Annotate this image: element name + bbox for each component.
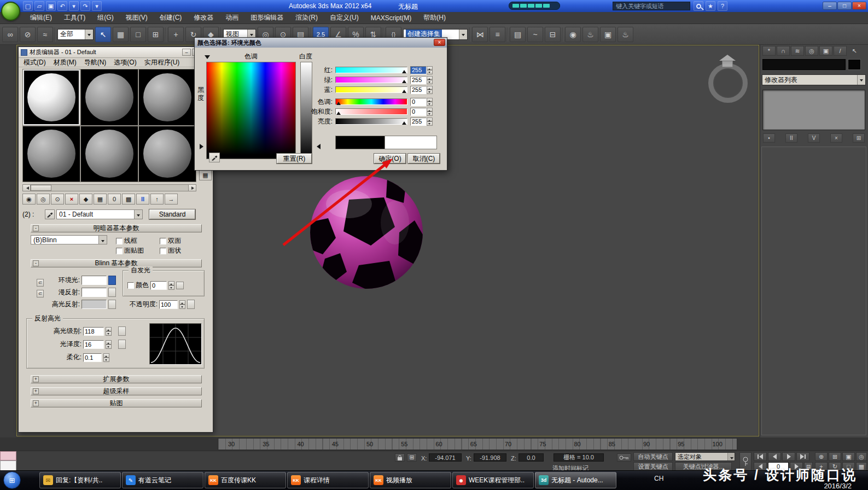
language-indicator[interactable]: CH bbox=[654, 475, 663, 482]
sample-slot-4[interactable] bbox=[23, 126, 80, 182]
me-menu-navigation[interactable]: 导航(N) bbox=[80, 58, 110, 67]
ambient-map-button[interactable] bbox=[108, 276, 116, 285]
opacity-spinner[interactable] bbox=[179, 300, 185, 309]
transform-lock-icon[interactable] bbox=[395, 453, 405, 462]
tab-create-icon[interactable]: * bbox=[762, 46, 776, 56]
get-material-icon[interactable]: ◉ bbox=[22, 194, 36, 205]
soften-field[interactable]: 0.1 bbox=[83, 353, 102, 362]
material-type-button[interactable]: Standard bbox=[149, 209, 195, 219]
tab-utilities-icon[interactable]: / bbox=[834, 46, 847, 56]
menu-maxscript[interactable]: MAXScript(M) bbox=[365, 12, 418, 24]
hue-slider[interactable] bbox=[335, 98, 407, 105]
infocenter-search-input[interactable] bbox=[613, 2, 690, 10]
cancel-button[interactable]: 取消(C) bbox=[408, 154, 440, 164]
menu-customize[interactable]: 自定义(U) bbox=[324, 12, 365, 24]
window-crossing-icon[interactable]: ⊞ bbox=[148, 27, 164, 42]
sample-slot-2[interactable] bbox=[81, 69, 138, 125]
redo-icon[interactable]: ↷ bbox=[80, 1, 90, 11]
menu-modifiers[interactable]: 修改器 bbox=[188, 12, 219, 24]
application-menu-button[interactable] bbox=[1, 2, 20, 21]
go-to-end-icon[interactable] bbox=[796, 452, 809, 461]
specular-map-button[interactable] bbox=[108, 300, 116, 309]
chevron-down-icon[interactable] bbox=[459, 30, 467, 39]
undo-icon[interactable]: ↶ bbox=[57, 1, 67, 11]
taskbar-item-week-admin[interactable]: ☻ WEEK课程管理部.. bbox=[452, 472, 534, 488]
tab-modify-icon[interactable]: ∩ bbox=[777, 46, 790, 56]
saturation-slider[interactable] bbox=[335, 108, 407, 115]
render-production-icon[interactable]: ♨ bbox=[617, 27, 633, 42]
sample-slot-6[interactable] bbox=[139, 126, 196, 182]
rollout-extended-parameters[interactable]: + 扩展参数 bbox=[31, 375, 202, 383]
menu-edit[interactable]: 编辑(E) bbox=[24, 12, 58, 24]
me-menu-options[interactable]: 选项(O) bbox=[110, 58, 140, 67]
auto-key-button[interactable]: 自动关键点 bbox=[633, 452, 673, 461]
ok-button[interactable]: 确定(O) bbox=[374, 154, 406, 164]
value-value-field[interactable]: 255 bbox=[410, 118, 427, 126]
green-slider[interactable] bbox=[335, 77, 407, 83]
specular-color-swatch[interactable] bbox=[81, 300, 107, 309]
remove-modifier-icon[interactable]: × bbox=[830, 133, 842, 143]
show-end-result-icon[interactable]: II bbox=[136, 194, 149, 205]
two-sided-checkbox[interactable]: 双面 bbox=[160, 236, 181, 246]
field-of-view-icon[interactable]: ◎ bbox=[856, 452, 867, 461]
color-selector-close-icon[interactable]: × bbox=[434, 39, 445, 46]
bind-to-space-warp-icon[interactable]: ≈ bbox=[37, 27, 53, 42]
sample-slots-scrollbar[interactable] bbox=[22, 184, 196, 191]
material-id-channel-icon[interactable]: 0 bbox=[108, 194, 121, 205]
selfillum-value-field[interactable]: 0 bbox=[150, 281, 167, 290]
previous-frame-icon[interactable] bbox=[768, 452, 781, 461]
expand-icon[interactable]: + bbox=[33, 388, 39, 394]
collapse-icon[interactable]: - bbox=[33, 225, 39, 231]
opacity-map-button[interactable] bbox=[187, 300, 195, 309]
viewport-object-sphere[interactable] bbox=[306, 172, 427, 293]
put-material-icon[interactable]: ◎ bbox=[37, 194, 50, 205]
me-menu-utilities[interactable]: 实用程序(U) bbox=[141, 58, 184, 67]
menu-views[interactable]: 视图(V) bbox=[120, 12, 154, 24]
chevron-down-icon[interactable] bbox=[98, 236, 107, 244]
expand-icon[interactable]: + bbox=[33, 376, 39, 382]
blue-slider[interactable] bbox=[335, 86, 407, 93]
scroll-right-icon[interactable] bbox=[188, 185, 196, 191]
tab-hierarchy-icon[interactable]: ≋ bbox=[791, 46, 804, 56]
object-color-swatch[interactable] bbox=[848, 59, 861, 70]
set-key-button[interactable]: 设置关键点 bbox=[633, 462, 673, 471]
menu-rendering[interactable]: 渲染(R) bbox=[289, 12, 324, 24]
selection-filter-dropdown[interactable]: 全部 bbox=[57, 29, 94, 40]
me-menu-material[interactable]: 材质(M) bbox=[50, 58, 80, 67]
rendered-frame-window-icon[interactable]: ▣ bbox=[600, 27, 616, 42]
glossiness-spinner[interactable] bbox=[106, 340, 112, 349]
go-to-parent-icon[interactable]: ↑ bbox=[150, 194, 164, 205]
absolute-offset-icon[interactable]: ⊞ bbox=[407, 453, 417, 462]
opacity-value-field[interactable]: 100 bbox=[159, 300, 178, 309]
face-map-checkbox[interactable]: 面贴图 bbox=[116, 246, 144, 255]
diffuse-map-button[interactable] bbox=[108, 288, 116, 297]
tab-display-icon[interactable]: ▣ bbox=[819, 46, 832, 56]
select-and-move-icon[interactable]: + bbox=[168, 27, 184, 42]
object-name-field[interactable] bbox=[762, 59, 846, 70]
saturation-spinner[interactable] bbox=[427, 108, 433, 116]
y-coordinate-field[interactable]: -91.908 bbox=[474, 453, 506, 462]
specular-level-spinner[interactable] bbox=[106, 327, 112, 336]
glossiness-field[interactable]: 16 bbox=[83, 340, 104, 349]
zoom-all-icon[interactable]: ⊞ bbox=[829, 452, 841, 461]
help-icon[interactable]: ? bbox=[718, 1, 727, 11]
menu-animation[interactable]: 动画 bbox=[219, 12, 244, 24]
maxscript-mini-listener[interactable] bbox=[0, 460, 16, 471]
selection-region-icon[interactable]: □ bbox=[130, 27, 146, 42]
command-panel-rollout-area[interactable] bbox=[761, 147, 866, 435]
go-to-start-icon[interactable] bbox=[754, 452, 767, 461]
hue-value-field[interactable]: 0 bbox=[410, 98, 427, 106]
mirror-icon[interactable]: ⋈ bbox=[472, 27, 488, 42]
put-to-library-icon[interactable]: ▦ bbox=[94, 194, 107, 205]
time-slider-track[interactable]: 30 35 40 45 50 55 60 65 70 75 80 85 90 9… bbox=[218, 438, 737, 450]
selection-set-dropdown[interactable]: 选定对象 bbox=[675, 452, 735, 461]
maxscript-macro-recorder[interactable] bbox=[0, 451, 16, 460]
chevron-down-icon[interactable] bbox=[134, 210, 142, 219]
material-map-navigator-icon[interactable]: ▦ bbox=[199, 170, 212, 180]
reset-map-icon[interactable]: × bbox=[65, 194, 78, 205]
z-coordinate-field[interactable]: 0.0 bbox=[519, 453, 544, 462]
red-value-field[interactable]: 255 bbox=[410, 66, 427, 74]
blue-value-field[interactable]: 255 bbox=[410, 86, 427, 94]
whiteness-marker[interactable] bbox=[314, 144, 321, 149]
minimize-button[interactable]: – bbox=[823, 2, 837, 10]
